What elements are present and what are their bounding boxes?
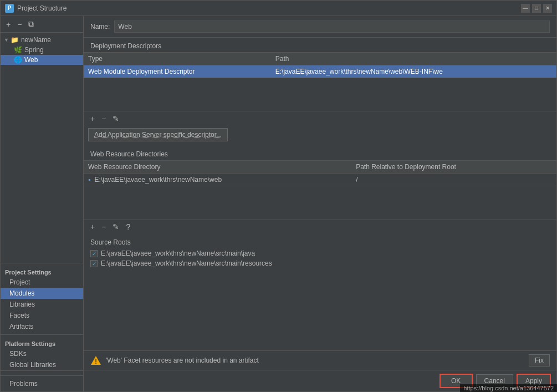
sidebar-toolbar: + − ⧉ [1,16,83,33]
source-root-checkbox-2[interactable] [90,260,98,267]
add-server-descriptor-button[interactable]: Add Application Server specific descript… [88,128,228,141]
tree-item-newname[interactable]: ▼ 📁 newName [1,35,83,45]
add-descriptor-button[interactable]: + [88,114,97,124]
url-bar: https://blog.csdn.net/a136447572 [460,384,557,392]
resource-row-path: / [351,174,556,186]
sidebar-item-problems[interactable]: Problems [1,378,83,389]
source-root-path-1: E:\javaEE\javaee_work\thrs\newName\src\m… [101,250,255,257]
help-resource-button[interactable]: ? [124,222,132,232]
copy-module-button[interactable]: ⧉ [26,18,36,30]
source-root-checkbox-1[interactable] [90,250,98,257]
project-structure-window: P Project Structure — □ ✕ + − ⧉ ▼ 📁 newN… [0,0,557,392]
sidebar-item-global-libraries[interactable]: Global Libraries [1,359,83,370]
deployment-descriptors-title: Deployment Descriptors [84,38,556,52]
spring-icon: 🌿 [14,46,22,54]
resource-row-directory: ▪ E:\javaEE\javaee_work\thrs\newName\web [84,174,351,186]
sidebar-item-facets[interactable]: Facets [1,310,83,321]
close-button[interactable]: ✕ [543,4,552,13]
deployment-descriptors-table: Type Path Web Module Deployment Descript… [84,52,556,111]
name-label: Name: [90,23,110,30]
add-resource-button[interactable]: + [88,222,97,232]
table-row[interactable]: Web Module Deployment Descriptor E:\java… [84,65,556,78]
maximize-button[interactable]: □ [532,4,541,13]
window-controls: — □ ✕ [521,4,552,13]
name-row: Name: [84,16,556,38]
resource-col-directory: Web Resource Directory [84,161,351,174]
sidebar-item-project[interactable]: Project [1,277,83,288]
folder-icon: 📁 [11,36,19,44]
sidebar-separator-2 [1,334,83,335]
source-root-path-2: E:\javaEE\javaee_work\thrs\newName\src\m… [101,259,272,267]
minimize-button[interactable]: — [521,4,530,13]
title-bar-text: Project Structure [17,4,521,12]
web-resource-directories-table: Web Resource Directory Path Relative to … [84,160,556,220]
sidebar-bottom: Problems [1,370,83,391]
app-icon: P [5,4,14,13]
descriptor-toolbar: + − ✎ [84,111,556,126]
sidebar-separator-3 [1,375,83,376]
tree-item-web[interactable]: 🌐 Web [1,55,83,65]
warning-icon: ! [90,355,101,366]
platform-settings-heading: Platform Settings [1,337,83,348]
remove-resource-button[interactable]: − [99,222,108,232]
sidebar-item-artifacts[interactable]: Artifacts [1,321,83,332]
table-empty-row-2 [84,186,556,220]
edit-descriptor-button[interactable]: ✎ [110,114,121,124]
sidebar-item-libraries[interactable]: Libraries [1,299,83,310]
warning-bar: ! 'Web' Facet resources are not included… [84,350,556,370]
sidebar-item-sdks[interactable]: SDKs [1,348,83,359]
project-settings-heading: Project Settings [1,266,83,277]
source-root-row-1: E:\javaEE\javaee_work\thrs\newName\src\m… [84,248,556,258]
sidebar-separator-1 [1,263,83,263]
remove-descriptor-button[interactable]: − [99,114,108,124]
add-module-button[interactable]: + [4,19,13,30]
deployment-table-header: Type Path [84,53,556,65]
resource-toolbar: + − ✎ ? [84,220,556,234]
table-row[interactable]: ▪ E:\javaEE\javaee_work\thrs\newName\web… [84,174,556,186]
deployment-col-type: Type [84,53,271,65]
directory-icon: ▪ [88,176,90,184]
deployment-col-path: Path [271,53,556,65]
warning-text: 'Web' Facet resources are not included i… [106,357,524,364]
table-empty-row [84,78,556,111]
tree-arrow-icon: ▼ [4,37,9,43]
edit-resource-button[interactable]: ✎ [110,222,121,232]
name-input[interactable] [114,21,550,33]
main-content: + − ⧉ ▼ 📁 newName 🌿 Spring 🌐 Web [1,16,556,391]
web-icon: 🌐 [14,56,22,64]
source-root-row-2: E:\javaEE\javaee_work\thrs\newName\src\m… [84,258,556,268]
deployment-row-type: Web Module Deployment Descriptor [84,65,271,78]
tree-item-spring[interactable]: 🌿 Spring [1,45,83,55]
source-roots-title: Source Roots [84,234,556,248]
web-resource-directories-title: Web Resource Directories [84,146,556,160]
right-panel: Name: Deployment Descriptors Type Path [84,16,556,391]
deployment-row-path: E:\javaEE\javaee_work\thrs\newName\web\W… [271,65,556,78]
svg-text:!: ! [95,358,97,365]
sidebar: + − ⧉ ▼ 📁 newName 🌿 Spring 🌐 Web [1,16,84,391]
resource-col-path: Path Relative to Deployment Root [351,161,556,174]
section-container: Deployment Descriptors Type Path Web Mod… [84,38,556,350]
fix-button[interactable]: Fix [529,354,550,366]
remove-module-button[interactable]: − [15,19,24,30]
title-bar: P Project Structure — □ ✕ [1,1,556,16]
sidebar-item-modules[interactable]: Modules [1,288,83,299]
resource-table-header: Web Resource Directory Path Relative to … [84,161,556,174]
module-tree: ▼ 📁 newName 🌿 Spring 🌐 Web [1,33,83,261]
